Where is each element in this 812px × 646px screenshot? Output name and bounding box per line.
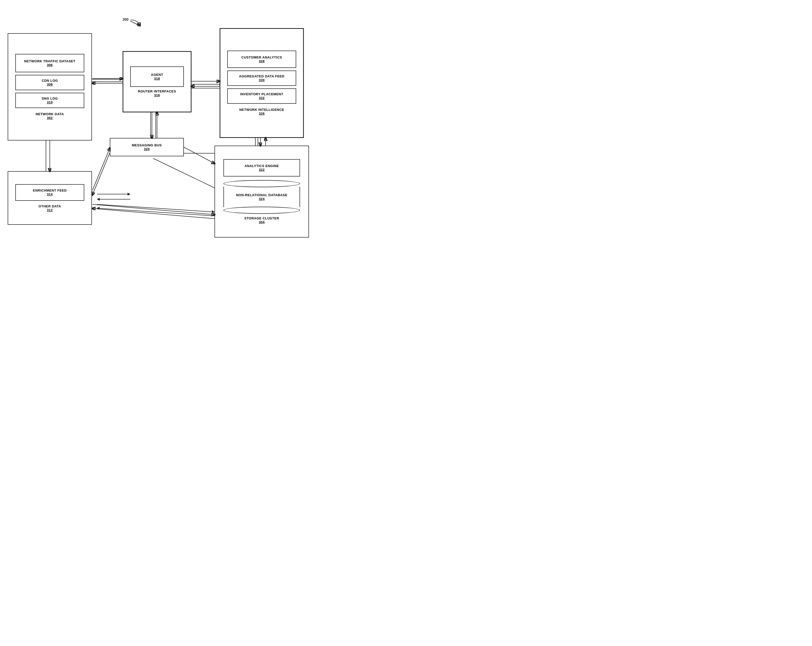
- customer-analytics-label: CUSTOMER ANALYTICS: [241, 55, 282, 59]
- enrichment-feed-box: ENRICHMENT FEED 314: [15, 184, 84, 201]
- cdn-log-ref: 308: [47, 82, 53, 86]
- router-interfaces-label: ROUTER INTERFACES: [138, 89, 176, 93]
- inventory-placement-box: INVENTORY PLACEMENT 332: [227, 89, 296, 104]
- agent-box: AGENT 318: [130, 66, 184, 87]
- aggregated-data-feed-label: AGGREGATED DATA FEED: [239, 74, 284, 78]
- customer-analytics-box: CUSTOMER ANALYTICS 328: [227, 50, 296, 68]
- router-interfaces-outer-box: AGENT 318 ROUTER INTERFACES 316: [122, 51, 191, 112]
- storage-cluster-ref: 304: [244, 220, 279, 224]
- storage-cluster-label: STORAGE CLUSTER: [244, 216, 279, 220]
- svg-marker-29: [97, 207, 99, 209]
- network-intelligence-outer-box: CUSTOMER ANALYTICS 328 AGGREGATED DATA F…: [220, 28, 304, 138]
- messaging-bus-box: MESSAGING BUS 320: [110, 138, 184, 156]
- cdn-log-box: CDN LOG 308: [15, 75, 84, 90]
- svg-line-28: [97, 208, 215, 216]
- cdn-log-label: CDN LOG: [42, 79, 58, 82]
- network-traffic-dataset-box: NETWORK TRAFFIC DATASET 306: [15, 54, 84, 72]
- agent-ref: 318: [154, 76, 160, 81]
- dns-log-box: DNS LOG 310: [15, 93, 84, 108]
- dns-log-ref: 310: [47, 101, 53, 104]
- other-data-label: OTHER DATA: [38, 205, 61, 208]
- network-traffic-dataset-label: NETWORK TRAFFIC DATASET: [24, 59, 76, 63]
- network-traffic-dataset-ref: 306: [47, 63, 53, 67]
- analytics-engine-label: ANALYTICS ENGINE: [245, 164, 279, 168]
- network-data-ref: 302: [36, 116, 64, 120]
- analytics-engine-box: ANALYTICS ENGINE 322: [223, 159, 300, 177]
- svg-marker-27: [212, 210, 215, 213]
- svg-line-43: [184, 147, 215, 163]
- svg-line-26: [97, 205, 215, 212]
- inventory-placement-label: INVENTORY PLACEMENT: [240, 92, 284, 96]
- svg-line-0: [130, 21, 139, 26]
- enrichment-feed-label: ENRICHMENT FEED: [33, 188, 67, 192]
- network-data-outer-box: NETWORK TRAFFIC DATASET 306 CDN LOG 308 …: [8, 33, 92, 141]
- non-relational-db-label: NON-RELATIONAL DATABASE: [236, 193, 287, 197]
- svg-line-45: [92, 208, 215, 218]
- svg-line-44: [92, 205, 215, 215]
- non-relational-db-ref: 324: [259, 197, 264, 201]
- aggregated-data-feed-ref: 330: [259, 78, 264, 82]
- svg-line-42: [92, 153, 110, 195]
- storage-cluster-outer-box: ANALYTICS ENGINE 322 NON-RELATIONAL DATA…: [215, 146, 309, 238]
- network-intelligence-label: NETWORK INTELLIGENCE: [239, 108, 284, 111]
- svg-line-41: [92, 148, 110, 190]
- svg-line-30: [153, 158, 222, 192]
- dns-log-label: DNS LOG: [42, 96, 58, 101]
- messaging-bus-label: MESSAGING BUS: [132, 143, 162, 147]
- other-data-ref: 312: [47, 208, 53, 212]
- svg-marker-23: [128, 193, 130, 195]
- aggregated-data-feed-box: AGGREGATED DATA FEED 330: [227, 70, 296, 86]
- network-intelligence-ref: 326: [239, 111, 284, 116]
- diagram: 300: [0, 0, 406, 323]
- svg-marker-25: [97, 198, 99, 200]
- analytics-engine-ref: 322: [259, 168, 264, 172]
- customer-analytics-ref: 328: [259, 59, 264, 63]
- non-relational-db-cylinder: NON-RELATIONAL DATABASE 324: [223, 180, 300, 214]
- svg-marker-1: [137, 24, 139, 26]
- router-interfaces-ref: 316: [154, 93, 160, 97]
- agent-label: AGENT: [151, 73, 163, 76]
- network-data-label: NETWORK DATA: [36, 112, 64, 116]
- other-data-outer-box: ENRICHMENT FEED 314 OTHER DATA 312: [8, 171, 92, 225]
- enrichment-feed-ref: 314: [47, 192, 53, 196]
- inventory-placement-ref: 332: [259, 96, 264, 100]
- ref-300-label: 300: [122, 17, 128, 21]
- messaging-bus-ref: 320: [144, 147, 150, 151]
